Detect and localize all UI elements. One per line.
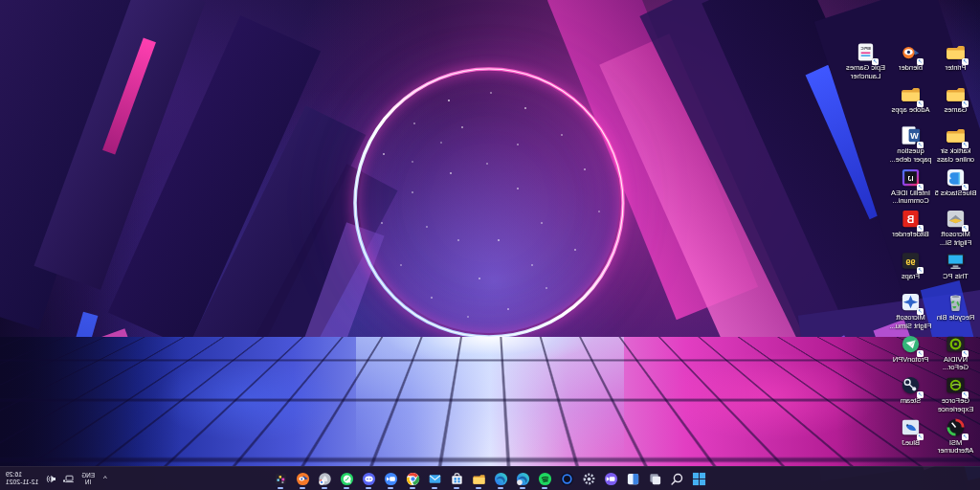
desktop-icon-kartick-sir-online-class[interactable]: kartick sir online class	[933, 122, 978, 164]
store-icon	[450, 472, 464, 486]
svg-text:99: 99	[905, 256, 915, 266]
language-line1: ENG	[81, 472, 95, 479]
taskbar-discord-button[interactable]	[360, 469, 378, 489]
language-line2: IN	[85, 479, 91, 485]
taskbar[interactable]: ^ ENG IN 16:29 12-11-2021	[0, 466, 980, 490]
running-indicator	[455, 487, 460, 489]
desktop-icon-nvidia-gefor[interactable]: NVIDIA GeFor...	[933, 330, 978, 372]
fraps-icon: 99	[900, 250, 922, 272]
taskbar-whatsapp-button[interactable]	[338, 469, 356, 489]
desktop-icon-label: Bitdefender	[892, 231, 928, 239]
taskbar-ring-app-button[interactable]	[558, 469, 576, 489]
desktop-icon-epic-games-launcher[interactable]: EPICEpic Games Launcher	[843, 38, 888, 80]
volume-icon[interactable]	[45, 473, 57, 485]
mirrored-ui-layer: PrinterGameskartick sir online classBlue…	[0, 0, 980, 490]
spotify-icon	[538, 472, 552, 486]
taskbar-start-button[interactable]	[690, 469, 708, 489]
running-indicator	[433, 487, 438, 489]
desktop-icon-question-paper-debe[interactable]: Wquestion paper debe...	[888, 122, 933, 164]
desktop-icon-intellij-idea-communi[interactable]: IJIntelliJ IDEA Communi...	[888, 164, 933, 206]
running-indicator	[389, 487, 394, 489]
folder-icon	[945, 83, 967, 105]
taskbar-settings-button[interactable]	[580, 469, 598, 489]
desktop-icon-steam[interactable]: Steam	[888, 371, 933, 413]
language-indicator[interactable]: ENG IN	[81, 472, 95, 485]
desktop-icon-microsoft-flight-simu[interactable]: Microsoft Flight Simu...	[888, 288, 933, 330]
desktop-icon-label: Microsoft Flight Simu...	[889, 314, 933, 330]
folder-icon	[945, 41, 967, 63]
taskbar-blender-button[interactable]	[294, 469, 312, 489]
msfs-gray-icon	[945, 208, 967, 230]
bitdefender-icon: B	[900, 208, 922, 230]
edge-profile-icon	[516, 472, 530, 486]
taskbar-store-button[interactable]	[448, 469, 466, 489]
taskbar-edge-button[interactable]	[492, 469, 510, 489]
clock-date: 12-11-2021	[6, 479, 38, 486]
desktop-icon-recycle-bin[interactable]: Recycle Bin	[933, 288, 978, 330]
chat-icon	[604, 472, 618, 486]
clock-time: 16:29	[6, 471, 22, 479]
taskbar-mail-button[interactable]	[426, 469, 444, 489]
taskbar-clock[interactable]: 16:29 12-11-2021	[4, 471, 38, 486]
folder-icon	[945, 124, 967, 146]
taskbar-search-button[interactable]	[668, 469, 686, 489]
nvidia-icon	[945, 333, 967, 355]
desktop-icon-fraps[interactable]: 99Fraps	[888, 247, 933, 289]
bluestacks-icon	[945, 167, 967, 189]
desktop-icon-label: ProtonVPN	[893, 356, 929, 365]
running-indicator	[499, 487, 504, 489]
mail-icon	[428, 472, 442, 486]
desktop-icon-msi-afterburner[interactable]: MSI Afterburner	[933, 413, 978, 456]
edge-icon	[494, 472, 508, 486]
svg-text:IJ: IJ	[907, 174, 913, 182]
desktop-icon-label: question paper debe...	[889, 147, 933, 164]
desktop-icon-label: MSI Afterburner	[934, 439, 978, 456]
steam-icon	[900, 374, 922, 396]
desktop-icon-bitdefender[interactable]: BBitdefender	[888, 205, 933, 247]
desktop-icon-this-pc[interactable]: This PC	[933, 247, 978, 289]
desktop-icon-label: blender	[899, 64, 923, 73]
desktop-icon-printer[interactable]: Printer	[933, 38, 978, 80]
tray-status-icons[interactable]	[45, 473, 75, 485]
desktop-icon-adobe-apps[interactable]: Adobe apps	[888, 80, 933, 122]
game-launcher-icon	[318, 472, 332, 486]
network-icon[interactable]	[62, 473, 75, 485]
desktop-icon-label: Epic Games Launcher	[844, 64, 888, 80]
desktop-icon-games[interactable]: Games	[933, 80, 978, 122]
taskbar-file-explorer-button[interactable]	[470, 469, 488, 489]
whatsapp-icon	[340, 472, 354, 486]
desktop-icon-bluej[interactable]: BlueJ	[888, 413, 933, 456]
desktop-icon-geforce-experience[interactable]: GeForce Experience	[933, 371, 978, 413]
recycle-bin-icon	[945, 291, 967, 313]
taskbar-zoom-button[interactable]	[382, 469, 400, 489]
taskbar-chat-button[interactable]	[602, 469, 620, 489]
taskbar-game-launcher-button[interactable]	[316, 469, 334, 489]
desktop-icon-label: Games	[944, 106, 967, 115]
desktop-icon-bluestacks-5[interactable]: BlueStacks 5	[933, 164, 978, 206]
ring-app-icon	[560, 472, 574, 486]
desktop-icon-blender[interactable]: blender	[888, 38, 933, 80]
desktop-icon-label: This PC	[943, 273, 969, 281]
blender-icon	[900, 41, 922, 63]
folder-icon	[900, 83, 922, 105]
settings-icon	[582, 472, 596, 486]
desktop-icon-label: kartick sir online class	[934, 147, 978, 164]
taskbar-chrome-button[interactable]	[404, 469, 422, 489]
msi-afterburner-icon	[945, 416, 967, 438]
taskbar-spotify-button[interactable]	[536, 469, 554, 489]
protonvpn-icon	[900, 333, 922, 355]
chrome-icon	[406, 472, 420, 486]
desktop-icon-label: Fraps	[902, 273, 920, 281]
desktop-icon-microsoft-flight-si[interactable]: Microsoft Flight Si...	[933, 205, 978, 247]
svg-text:B: B	[906, 213, 914, 225]
epic-icon: EPIC	[855, 41, 877, 63]
taskbar-edge-profile-button[interactable]	[514, 469, 532, 489]
show-hidden-icons-chevron[interactable]: ^	[101, 473, 109, 484]
taskbar-widgets-button[interactable]	[624, 469, 642, 489]
taskbar-task-view-button[interactable]	[646, 469, 664, 489]
system-tray: ^ ENG IN 16:29 12-11-2021	[4, 467, 109, 490]
taskbar-pixel-game-button[interactable]	[272, 469, 290, 489]
svg-text:EPIC: EPIC	[860, 46, 871, 51]
desktop-icon-protonvpn[interactable]: ProtonVPN	[888, 330, 933, 372]
running-indicator	[477, 487, 482, 489]
